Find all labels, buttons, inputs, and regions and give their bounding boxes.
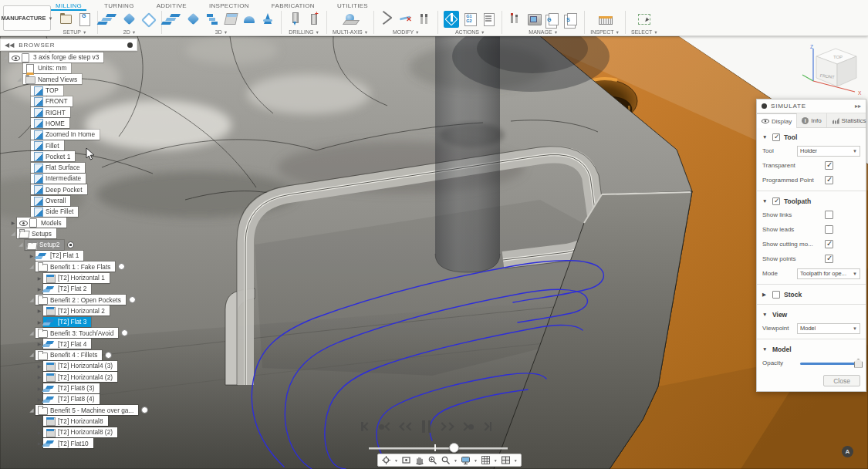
machine-library-icon[interactable] xyxy=(526,11,542,28)
section-header-tool[interactable]: ▼ Tool xyxy=(762,130,860,143)
fast-rewind-button[interactable] xyxy=(400,420,414,434)
setting-control[interactable]: ▼ xyxy=(825,225,833,234)
tree-item[interactable]: [T2] Flat10 xyxy=(43,438,93,448)
tree-expander-icon[interactable] xyxy=(35,386,43,391)
setting-control[interactable]: Model▼ xyxy=(797,323,860,334)
operation-status-icon[interactable] xyxy=(121,329,128,336)
opacity-slider[interactable]: 100▼ xyxy=(800,359,860,367)
workspace-tab[interactable]: ADDITIVE xyxy=(155,2,188,10)
workspace-tab[interactable]: FABRICATION xyxy=(270,2,316,10)
section-header-stock[interactable]: ▶ Stock xyxy=(762,288,860,301)
workspace-tab[interactable]: MILLING xyxy=(54,2,83,10)
tree-expander-icon[interactable] xyxy=(28,330,35,336)
tree-expander-icon[interactable] xyxy=(35,341,43,346)
drill-icon[interactable] xyxy=(287,11,302,28)
stock-section-checkbox[interactable] xyxy=(772,291,780,299)
spiral-icon[interactable] xyxy=(260,11,275,28)
steep-shallow-icon[interactable] xyxy=(204,11,220,28)
chevron-down-icon[interactable]: ▼ xyxy=(474,458,478,463)
tree-item[interactable]: [T2] Flat 1 xyxy=(35,251,83,261)
post-doc-icon[interactable] xyxy=(76,11,92,28)
tree-expander-icon[interactable] xyxy=(35,430,43,435)
swarf-icon[interactable] xyxy=(343,11,358,28)
delete-passes-icon[interactable] xyxy=(398,11,414,28)
edit-points-icon[interactable] xyxy=(417,11,432,28)
tree-expander-icon[interactable] xyxy=(15,76,23,83)
simulate-icon[interactable] xyxy=(444,11,459,28)
chevron-down-icon[interactable]: ▼ xyxy=(454,458,458,463)
2d-contour-icon[interactable] xyxy=(140,11,156,28)
tree-item[interactable]: [T2] Horizontal 2 xyxy=(43,305,110,315)
group-label-modify[interactable]: MODIFY▼ xyxy=(393,29,420,35)
simulation-timeline-slider[interactable] xyxy=(369,443,508,454)
bore-icon[interactable] xyxy=(306,11,321,28)
tree-item[interactable]: Benefit 2 : Open Pockets xyxy=(35,295,126,305)
tree-item[interactable]: [T2] Horizontal8 (2) xyxy=(43,427,117,437)
operation-status-icon[interactable] xyxy=(105,352,112,359)
go-to-start-button[interactable] xyxy=(361,420,370,434)
tree-item[interactable]: [T2] Horizontal 1 xyxy=(43,273,110,283)
operation-status-icon[interactable] xyxy=(118,263,125,270)
tree-item[interactable]: Flat Surface xyxy=(31,163,85,173)
tree-item[interactable]: Benefit 4 : Fillets xyxy=(35,350,102,360)
previous-operation-button[interactable] xyxy=(379,420,392,434)
tool-section-checkbox[interactable] xyxy=(772,133,780,141)
autodesk-badge-icon[interactable]: A xyxy=(842,446,853,457)
tree-item[interactable]: [T2] Flat8 (4) xyxy=(43,394,100,404)
tree-item[interactable]: [T2] Flat 3 xyxy=(43,317,91,327)
slider-track[interactable] xyxy=(369,447,508,449)
tree-item[interactable]: Intermediate xyxy=(31,174,86,184)
workspace-selector[interactable]: MANUFACTURE ▼ xyxy=(3,5,51,31)
fast-forward-button[interactable] xyxy=(439,420,453,434)
group-label-select[interactable]: SELECT▼ xyxy=(631,29,658,35)
pan-icon[interactable] xyxy=(414,455,424,465)
setting-control[interactable]: ▼ xyxy=(825,176,833,184)
window-select-icon[interactable] xyxy=(637,11,652,28)
trim-icon[interactable] xyxy=(380,11,395,28)
tree-item[interactable]: Deep Pocket xyxy=(31,184,87,194)
tree-expander-icon[interactable] xyxy=(35,286,43,292)
workspace-tab[interactable]: INSPECTION xyxy=(208,2,251,10)
tree-expander-icon[interactable] xyxy=(35,275,43,281)
group-label-drilling[interactable]: DRILLING▼ xyxy=(289,29,319,35)
2d-face-icon[interactable] xyxy=(122,11,137,28)
group-label-3d[interactable]: 3D▼ xyxy=(215,29,228,35)
tree-item[interactable]: RIGHT xyxy=(31,107,70,117)
simulate-dialog-header[interactable]: SIMULATE ▸▸ xyxy=(757,100,866,113)
view-cube[interactable]: TOP FRONT Z X xyxy=(801,39,866,100)
tree-expander-icon[interactable] xyxy=(35,440,43,446)
setting-control[interactable]: Toolpath for ope...▼ xyxy=(797,268,860,279)
tree-item[interactable]: HOME xyxy=(31,118,69,128)
setting-control[interactable]: ▼ xyxy=(825,240,833,248)
pause-button[interactable] xyxy=(422,420,431,434)
group-label-actions[interactable]: ACTIONS▼ xyxy=(455,29,485,35)
look-at-icon[interactable] xyxy=(401,455,411,465)
tree-item[interactable]: Benefit 5 - Machine over ga... xyxy=(35,405,138,415)
group-label-multiaxis[interactable]: MULTI-AXIS▼ xyxy=(333,29,368,35)
orbit-icon[interactable] xyxy=(381,455,391,465)
fit-icon[interactable] xyxy=(441,455,451,465)
tree-expander-icon[interactable] xyxy=(35,374,43,380)
tree-expander-icon[interactable] xyxy=(35,396,43,402)
tab-display[interactable]: Display xyxy=(757,113,797,128)
tree-item[interactable]: [T2] Flat8 (3) xyxy=(43,383,100,393)
tree-expander-icon[interactable] xyxy=(35,319,43,325)
setting-control[interactable]: ▼ xyxy=(825,161,833,170)
pocket-clearing-icon[interactable] xyxy=(186,11,201,28)
group-label-2d[interactable]: 2D▼ xyxy=(123,29,136,35)
collapse-panel-icon[interactable]: ◀◀ xyxy=(5,42,14,49)
tree-item[interactable]: [T2] Flat 4 xyxy=(43,339,91,349)
sheet-library-icon[interactable] xyxy=(563,11,579,28)
tree-item[interactable]: Setup2 xyxy=(25,240,64,250)
tree-expander-icon[interactable] xyxy=(9,231,17,237)
group-label-inspect[interactable]: INSPECT▼ xyxy=(590,29,620,35)
display-settings-icon[interactable] xyxy=(461,455,471,465)
panel-options-icon[interactable] xyxy=(127,42,133,48)
tree-expander-icon[interactable] xyxy=(28,264,35,270)
tree-item[interactable]: 3 axis forge die step v3 xyxy=(9,52,103,62)
setup-folder-icon[interactable] xyxy=(58,11,73,28)
operation-status-icon[interactable] xyxy=(67,241,74,248)
next-operation-button[interactable] xyxy=(461,420,475,434)
go-to-end-button[interactable] xyxy=(482,420,491,434)
tree-item[interactable]: [T2] Horizontal8 xyxy=(43,416,108,426)
